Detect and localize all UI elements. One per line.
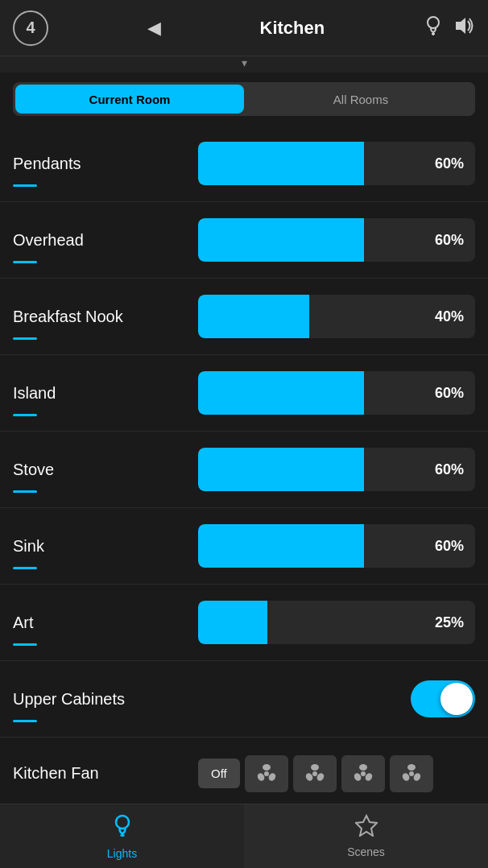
svg-point-13 bbox=[359, 764, 367, 771]
fan-off-button[interactable]: Off bbox=[198, 758, 240, 788]
scenes-nav-icon bbox=[355, 814, 378, 842]
slider-value-2: 40% bbox=[435, 308, 464, 325]
light-row-toggle: Upper Cabinets bbox=[0, 661, 488, 738]
svg-point-12 bbox=[361, 771, 366, 776]
svg-point-16 bbox=[409, 771, 414, 776]
lights-nav-label: Lights bbox=[107, 847, 137, 860]
fan-speed-3[interactable] bbox=[341, 755, 385, 792]
svg-point-5 bbox=[263, 764, 271, 771]
tab-all-rooms[interactable]: All Rooms bbox=[246, 82, 475, 116]
slider-value-4: 60% bbox=[435, 461, 464, 478]
light-row: Breakfast Nook 40% bbox=[0, 279, 488, 355]
lights-nav-icon bbox=[111, 812, 134, 844]
tab-bar: Current Room All Rooms bbox=[13, 82, 475, 116]
svg-point-0 bbox=[428, 17, 439, 28]
light-name-0: Pendants bbox=[13, 155, 198, 173]
light-row: Stove 60% bbox=[0, 432, 488, 508]
bottom-nav: Lights Scenes bbox=[0, 804, 488, 868]
svg-point-8 bbox=[312, 771, 317, 776]
slider-value-6: 25% bbox=[435, 614, 464, 631]
light-name-2: Breakfast Nook bbox=[13, 308, 198, 326]
slider-5[interactable]: 60% bbox=[198, 524, 475, 568]
logo-icon[interactable]: 4 bbox=[13, 10, 48, 46]
light-name-4: Stove bbox=[13, 461, 198, 479]
light-name-1: Overhead bbox=[13, 231, 198, 250]
slider-value-3: 60% bbox=[435, 385, 464, 402]
light-name-7: Upper Cabinets bbox=[13, 690, 198, 709]
slider-2[interactable]: 40% bbox=[198, 295, 475, 338]
scenes-nav-label: Scenes bbox=[347, 845, 385, 858]
nav-scenes[interactable]: Scenes bbox=[244, 804, 488, 868]
slider-0[interactable]: 60% bbox=[198, 142, 475, 185]
light-row: Island 60% bbox=[0, 355, 488, 432]
toggle-switch-7[interactable] bbox=[411, 680, 475, 717]
slider-1[interactable]: 60% bbox=[198, 218, 475, 262]
svg-point-9 bbox=[311, 764, 319, 771]
header: 4 ◀ Kitchen bbox=[0, 0, 488, 56]
fan-speed-2[interactable] bbox=[293, 755, 337, 792]
underline-0 bbox=[13, 184, 37, 187]
light-row: Overhead 60% bbox=[0, 202, 488, 279]
slider-3[interactable]: 60% bbox=[198, 371, 475, 415]
fan-speed-4[interactable] bbox=[390, 755, 433, 792]
underline-5 bbox=[13, 567, 37, 569]
svg-point-20 bbox=[116, 816, 129, 829]
light-name-5: Sink bbox=[13, 537, 198, 556]
lights-list: Pendants 60% Overhead 60% Breakfast Nook… bbox=[0, 126, 488, 828]
underline-7 bbox=[13, 720, 37, 722]
svg-marker-3 bbox=[456, 18, 465, 34]
svg-point-4 bbox=[264, 771, 269, 776]
slider-value-0: 60% bbox=[435, 155, 464, 172]
slider-6[interactable]: 25% bbox=[198, 601, 475, 644]
underline-4 bbox=[13, 490, 37, 493]
light-row: Art 25% bbox=[0, 585, 488, 661]
fan-speed-1[interactable] bbox=[245, 755, 288, 792]
slider-value-5: 60% bbox=[435, 538, 464, 555]
light-name-6: Art bbox=[13, 614, 198, 632]
light-row: Sink 60% bbox=[0, 508, 488, 585]
light-name-3: Island bbox=[13, 384, 198, 403]
fan-row: Kitchen Fan Off bbox=[0, 738, 488, 810]
light-icon[interactable] bbox=[424, 14, 443, 42]
underline-2 bbox=[13, 337, 37, 340]
fan-controls: Off bbox=[198, 755, 475, 792]
svg-point-17 bbox=[407, 764, 416, 771]
fan-name: Kitchen Fan bbox=[13, 764, 198, 783]
volume-icon[interactable] bbox=[454, 17, 475, 39]
tab-current-room[interactable]: Current Room bbox=[15, 85, 244, 114]
underline-3 bbox=[13, 414, 37, 416]
light-row: Pendants 60% bbox=[0, 126, 488, 202]
chevron-container: ▾ bbox=[0, 56, 488, 72]
page-title: Kitchen bbox=[260, 18, 325, 39]
nav-lights[interactable]: Lights bbox=[0, 804, 244, 868]
chevron-down-icon[interactable]: ▾ bbox=[242, 56, 247, 69]
back-button[interactable]: ◀ bbox=[147, 18, 161, 39]
svg-marker-23 bbox=[356, 816, 377, 836]
header-icons bbox=[424, 14, 475, 42]
slider-4[interactable]: 60% bbox=[198, 448, 475, 491]
underline-6 bbox=[13, 643, 37, 646]
toggle-knob-7 bbox=[440, 683, 473, 715]
slider-value-1: 60% bbox=[435, 232, 464, 249]
underline-1 bbox=[13, 261, 37, 263]
